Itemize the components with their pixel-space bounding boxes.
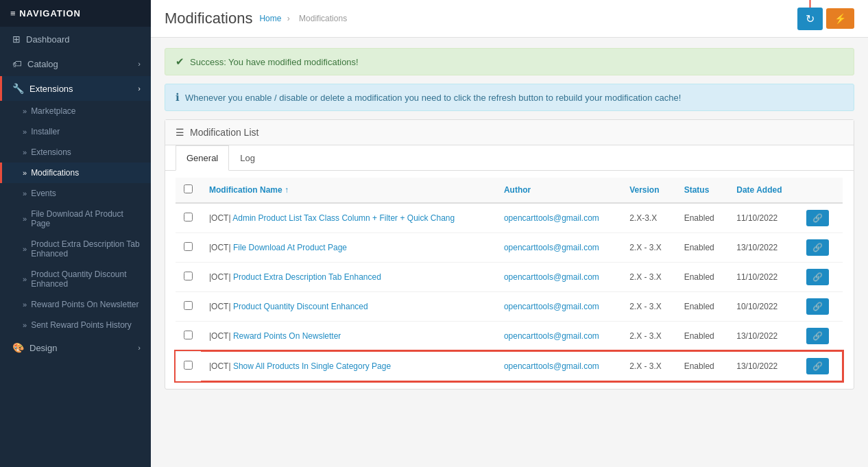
edit-icon: 🔗 [812, 302, 823, 311]
row-date-added: 11/10/2022 [728, 263, 798, 292]
mod-name-prefix: |OCT| [209, 243, 231, 252]
author-link[interactable]: opencarttools@gmail.com [504, 243, 599, 252]
row-action-cell: 🔗 [798, 292, 843, 322]
row-checkbox[interactable] [184, 242, 193, 251]
sidebar-item-label: Dashboard [26, 34, 70, 45]
edit-icon: 🔗 [812, 361, 823, 371]
row-name: |OCT| Show All Products In Single Catego… [201, 351, 496, 381]
mod-name-link[interactable]: Product Quantity Discount Enhanced [233, 302, 368, 311]
sidebar-item-marketplace[interactable]: Marketplace [0, 101, 151, 121]
col-name[interactable]: Modification Name ↑ [201, 178, 496, 203]
sidebar-item-catalog[interactable]: 🏷 Catalog › [0, 51, 151, 76]
table-row: |OCT| Reward Points On Newsletter openca… [176, 322, 843, 352]
extra-action-button[interactable]: ⚡ [826, 8, 854, 29]
mod-name-prefix: |OCT| [209, 272, 231, 282]
sidebar-header: ≡ NAVIGATION [0, 0, 151, 27]
row-action-cell: 🔗 [798, 263, 843, 292]
author-link[interactable]: opencarttools@gmail.com [504, 272, 599, 282]
row-checkbox[interactable] [184, 361, 193, 370]
author-link[interactable]: opencarttools@gmail.com [504, 213, 599, 223]
table-row: |OCT| Product Extra Description Tab Enha… [176, 263, 843, 292]
page-title: Modifications [165, 10, 252, 27]
sidebar: ≡ NAVIGATION ⊞ Dashboard 🏷 Catalog › 🔧 E… [0, 0, 151, 467]
tab-log[interactable]: Log [229, 145, 266, 171]
edit-button[interactable]: 🔗 [806, 298, 829, 315]
refresh-button[interactable]: ↻ [797, 8, 823, 30]
sidebar-item-product-extra[interactable]: Product Extra Description Tab Enhanced [0, 234, 151, 264]
row-status: Enabled [676, 203, 729, 233]
edit-button[interactable]: 🔗 [806, 328, 829, 344]
sidebar-item-reward-points[interactable]: Reward Points On Newsletter [0, 294, 151, 315]
sidebar-item-installer[interactable]: Installer [0, 121, 151, 142]
top-actions: ↻ ⚡ [797, 8, 854, 30]
row-checkbox-cell [176, 322, 201, 352]
success-message: Success: You have modified modifications… [190, 57, 359, 67]
row-checkbox[interactable] [184, 331, 193, 339]
sidebar-item-product-quantity[interactable]: Product Quantity Discount Enhanced [0, 264, 151, 294]
author-link[interactable]: opencarttools@gmail.com [504, 361, 599, 371]
row-version: 2.X - 3.X [621, 233, 676, 263]
row-name: |OCT| File Download At Product Page [201, 233, 496, 263]
sidebar-item-extensions-sub[interactable]: Extensions [0, 142, 151, 163]
content-area: ✔ Success: You have modified modificatio… [151, 38, 868, 467]
sidebar-item-label: Design [29, 343, 57, 353]
row-author: opencarttools@gmail.com [496, 263, 621, 292]
edit-button[interactable]: 🔗 [806, 239, 829, 256]
breadcrumb: Home › Modifications [259, 14, 350, 23]
modifications-table: Modification Name ↑ Author Version Statu… [176, 178, 843, 382]
mod-name-link[interactable]: Admin Product List Tax Class Column + Fi… [232, 213, 455, 223]
mod-name-link[interactable]: Reward Points On Newsletter [233, 331, 341, 341]
sidebar-item-design[interactable]: 🎨 Design › [0, 335, 151, 360]
sidebar-item-events[interactable]: Events [0, 183, 151, 204]
row-checkbox[interactable] [184, 213, 193, 221]
sidebar-sub-label: Modifications [31, 168, 79, 178]
author-link[interactable]: opencarttools@gmail.com [504, 302, 599, 311]
author-link[interactable]: opencarttools@gmail.com [504, 331, 599, 341]
mod-name-prefix: |OCT| [209, 331, 231, 341]
sidebar-sub-label: Sent Reward Points History [31, 320, 132, 330]
breadcrumb-home-link[interactable]: Home [259, 14, 281, 23]
list-icon: ☰ [176, 127, 184, 138]
info-message: Whenever you enable / disable or delete … [185, 93, 681, 103]
sidebar-item-label: Extensions [29, 84, 73, 94]
row-date-added: 13/10/2022 [728, 233, 798, 263]
catalog-icon: 🏷 [12, 58, 22, 69]
sidebar-item-dashboard[interactable]: ⊞ Dashboard [0, 27, 151, 51]
row-status: Enabled [676, 322, 729, 352]
row-author: opencarttools@gmail.com [496, 203, 621, 233]
sidebar-sub-label: File Download At Product Page [31, 209, 141, 228]
edit-button[interactable]: 🔗 [806, 358, 829, 374]
info-icon: ℹ [176, 91, 180, 104]
row-author: opencarttools@gmail.com [496, 233, 621, 263]
edit-button[interactable]: 🔗 [806, 269, 829, 285]
tab-general-label: General [186, 153, 218, 163]
success-alert: ✔ Success: You have modified modificatio… [165, 48, 854, 75]
sidebar-item-file-download[interactable]: File Download At Product Page [0, 204, 151, 234]
row-status: Enabled [676, 351, 729, 381]
mod-name-link[interactable]: Product Extra Description Tab Enhanced [233, 272, 381, 282]
row-checkbox-cell [176, 351, 201, 381]
mod-name-link[interactable]: Show All Products In Single Category Pag… [233, 361, 391, 371]
row-checkbox[interactable] [184, 301, 193, 310]
sidebar-item-extensions[interactable]: 🔧 Extensions › [0, 76, 151, 101]
sidebar-sub-label: Reward Points On Newsletter [31, 300, 138, 309]
tab-general[interactable]: General [176, 145, 229, 171]
edit-button[interactable]: 🔗 [806, 210, 829, 226]
sidebar-item-sent-reward[interactable]: Sent Reward Points History [0, 315, 151, 335]
row-action-cell: 🔗 [798, 322, 843, 352]
row-checkbox[interactable] [184, 272, 193, 280]
modification-list-panel: ☰ Modification List General Log [165, 119, 854, 390]
select-all-checkbox[interactable] [184, 184, 193, 193]
mod-name-link[interactable]: File Download At Product Page [233, 243, 347, 252]
table-wrapper: Modification Name ↑ Author Version Statu… [165, 171, 854, 389]
sidebar-item-modifications[interactable]: Modifications [0, 163, 151, 183]
tab-log-label: Log [240, 153, 255, 163]
row-checkbox-cell [176, 263, 201, 292]
row-action-cell: 🔗 [798, 203, 843, 233]
sidebar-sub-label: Installer [31, 127, 60, 136]
sidebar-sub-label: Events [31, 189, 56, 198]
info-alert: ℹ Whenever you enable / disable or delet… [165, 84, 854, 111]
breadcrumb-current: Modifications [299, 14, 347, 23]
sidebar-sub-label: Marketplace [31, 106, 75, 116]
main-content: Modifications Home › Modifications ↻ ⚡ [151, 0, 868, 467]
